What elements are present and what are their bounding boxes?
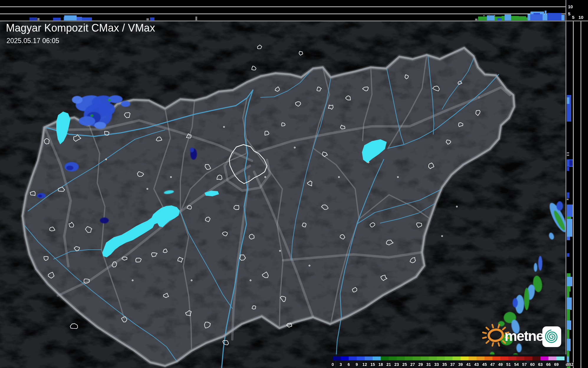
profile-echo	[64, 15, 77, 20]
profile-echo	[545, 11, 546, 15]
legend-cell	[477, 356, 485, 360]
profile-echo	[567, 97, 569, 104]
radar-echo	[556, 201, 563, 211]
legend-cell	[437, 356, 445, 360]
profile-echo	[489, 15, 490, 16]
radar-echo	[98, 103, 115, 116]
legend-tick: 69	[554, 362, 559, 367]
legend-cell	[405, 356, 413, 360]
profile-echo	[567, 216, 571, 219]
profile-echo	[53, 18, 61, 20]
profile-echo	[567, 297, 572, 310]
legend-tick: 9	[355, 362, 358, 367]
legend-tick: 3	[340, 362, 342, 367]
profile-echo	[567, 192, 569, 198]
radar-app-window: 105 510 Magyar Kompozit CMax / VMax 2025…	[0, 0, 588, 368]
profile-echo	[494, 15, 495, 16]
profile-echo	[567, 339, 571, 351]
profile-echo	[567, 237, 570, 240]
legend-cell	[389, 356, 397, 360]
legend-tick: 51	[506, 362, 511, 367]
profile-echo	[567, 219, 572, 237]
profile-echo	[475, 19, 477, 20]
legend-tick: 29	[418, 362, 423, 367]
profile-echo	[567, 152, 569, 153]
right-panel-xtick: 10	[579, 15, 584, 20]
legend-tick: 35	[442, 362, 447, 367]
legend-cell	[453, 356, 461, 360]
profile-echo	[567, 155, 569, 156]
profile-echo	[533, 13, 540, 14]
profile-echo	[567, 277, 572, 286]
profile-echo	[567, 167, 569, 171]
profile-echo	[37, 18, 39, 20]
profile-echo	[515, 16, 526, 20]
legend-tick: 27	[410, 362, 415, 367]
legend-cell	[381, 356, 389, 360]
legend-cell	[500, 356, 509, 360]
profile-echo	[567, 253, 569, 257]
timestamp-label: 2025.05.17 06:05	[6, 37, 59, 45]
legend-tick: 41	[466, 362, 471, 367]
legend-tick: 15	[370, 362, 375, 367]
radar-map-canvas: 105 510 Magyar Kompozit CMax / VMax 2025…	[0, 0, 588, 368]
top-profile-panel: 105	[0, 0, 588, 21]
profile-echo	[150, 17, 154, 20]
legend-cell	[469, 356, 477, 360]
dbz-color-scale: 0369121518212325272931333537394143454749…	[327, 354, 574, 368]
radar-echo	[534, 263, 537, 272]
radar-echo	[94, 122, 106, 129]
page-title: Magyar Kompozit CMax / VMax	[6, 22, 155, 34]
radar-echo	[90, 115, 93, 117]
radar-echo	[190, 148, 194, 152]
legend-cell	[333, 356, 341, 360]
legend-cell	[349, 356, 357, 360]
radar-echo	[513, 298, 518, 308]
legend-cell	[461, 356, 469, 360]
radar-echo	[108, 95, 123, 103]
radar-echo	[516, 344, 522, 352]
radar-echo	[538, 256, 542, 271]
legend-tick: 21	[386, 362, 391, 367]
right-panel-xtick: 5	[572, 15, 574, 20]
radar-echo	[100, 217, 109, 223]
legend-tick: 43	[474, 362, 479, 367]
legend-cell	[508, 356, 517, 360]
legend-cell	[421, 356, 429, 360]
profile-echo	[146, 18, 149, 20]
legend-tick: 63	[538, 362, 543, 367]
legend-cell	[357, 356, 365, 360]
legend-tick: 33	[434, 362, 439, 367]
radar-echo	[79, 116, 95, 126]
legend-tick: 23	[394, 362, 399, 367]
legend-cell	[556, 356, 565, 360]
profile-echo	[483, 15, 485, 16]
profile-echo	[567, 205, 573, 217]
legend-cell	[524, 356, 533, 360]
radar-echo	[524, 288, 529, 310]
profile-echo	[195, 17, 197, 20]
top-panel-ytick: 10	[568, 4, 573, 9]
legend-cell	[549, 356, 557, 360]
terrain-background	[0, 0, 588, 368]
right-profile-panel: 510	[566, 15, 588, 368]
legend-cell	[341, 356, 349, 360]
legend-tick: 12	[363, 362, 367, 367]
legend-cell	[541, 356, 549, 360]
legend-cell	[429, 356, 437, 360]
legend-tick: 39	[458, 362, 463, 367]
legend-tick: 60	[530, 362, 535, 367]
legend-cell	[413, 356, 421, 360]
legend-tick: 49	[498, 362, 503, 367]
legend-cell	[533, 356, 541, 360]
legend-cell	[516, 356, 525, 360]
legend-cell	[373, 356, 381, 360]
legend-tick: 0	[332, 362, 334, 367]
legend-tick: 66	[546, 362, 551, 367]
legend-tick: 25	[402, 362, 407, 367]
top-panel-ytick: 5	[568, 11, 570, 16]
profile-echo	[487, 15, 495, 20]
legend-unit: dBZ	[566, 362, 574, 367]
legend-cell	[485, 356, 493, 360]
legend-tick: 57	[522, 362, 527, 367]
